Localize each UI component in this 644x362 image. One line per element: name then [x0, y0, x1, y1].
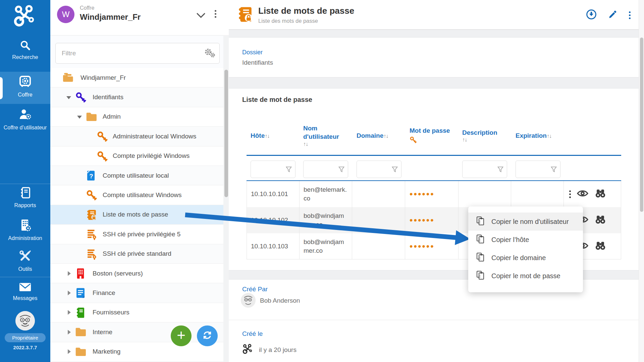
sidebar-item-messages[interactable]: Messages [0, 282, 50, 302]
filter-gears-icon[interactable] [204, 48, 215, 59]
column-header-password[interactable]: Mot de passe [410, 118, 458, 154]
chevron-right-icon[interactable] [68, 330, 71, 335]
funnel-icon[interactable] [550, 166, 557, 173]
menu-item-copy-password[interactable]: Copier le mot de passe [468, 267, 583, 285]
tree-item-admin-local-windows[interactable]: Administrateur local Windows [50, 127, 229, 146]
tree-scrollbar[interactable] [223, 36, 229, 362]
filter-strip [50, 36, 229, 68]
funnel-icon[interactable] [391, 166, 398, 173]
table-divider [247, 155, 621, 156]
filter-domain-input[interactable] [360, 161, 390, 178]
document-question-icon: ? [86, 170, 97, 181]
devolutions-logo-icon [11, 3, 39, 30]
folder-label[interactable]: Dossier [242, 49, 263, 56]
column-header-host[interactable]: Hôte↑↓ [251, 118, 301, 154]
refresh-button[interactable] [197, 325, 218, 346]
chevron-down-icon[interactable] [66, 96, 71, 99]
tree-item-compte-privilegie-windows[interactable]: Compte privilégié Windows [50, 146, 229, 166]
filter-field [55, 43, 220, 64]
sort-arrows-icon[interactable]: ↑↓ [383, 133, 388, 139]
vault-switch-chevron[interactable] [197, 13, 205, 19]
sidebar-item-user-vault[interactable]: Coffre d’utilisateur [0, 108, 50, 131]
funnel-icon[interactable] [338, 166, 345, 173]
filter-expiration-input[interactable] [519, 161, 549, 178]
reveal-binoculars-icon[interactable] [594, 189, 606, 199]
filter-username-input[interactable] [306, 161, 337, 178]
user-vault-icon [18, 117, 32, 122]
menu-item-copy-host[interactable]: Copier l’hôte [468, 231, 583, 249]
filter-host-input[interactable] [254, 161, 284, 178]
tools-icon [18, 258, 32, 264]
tree-item-ssh-privilegiee[interactable]: SSH clé privée privilégiée 5 [50, 225, 229, 244]
funnel-icon[interactable] [497, 166, 504, 173]
column-header-description[interactable]: Description ↑↓ [462, 118, 511, 154]
edit-pencil-icon[interactable] [608, 10, 618, 20]
tree-item-fournisseurs[interactable]: Fournisseurs [50, 303, 229, 322]
ssh-key-icon [86, 248, 97, 260]
created-on-label: Créé le [242, 330, 263, 338]
tree-item-finance[interactable]: Finance [50, 283, 229, 303]
entry-header: Liste de mots de passe Liste des mots de… [229, 0, 644, 29]
created-on-value: il y a 20 jours [259, 346, 297, 354]
tree-item-identifiants[interactable]: Identifiants [50, 87, 229, 107]
menu-item-copy-username[interactable]: Copier le nom d'utilisateur [468, 213, 583, 231]
column-header-domain[interactable]: Domaine↑↓ [357, 118, 407, 154]
add-entry-button[interactable]: + [171, 325, 192, 346]
chevron-right-icon[interactable] [68, 271, 71, 276]
filter-input[interactable] [61, 43, 195, 63]
password-list-icon [86, 209, 97, 221]
document-icon [75, 287, 87, 299]
reveal-binoculars-icon[interactable] [594, 241, 606, 251]
tree-item-boston[interactable]: Boston (serveurs) [50, 264, 229, 283]
section-title: Liste de mot de passe [242, 96, 312, 104]
vault-menu-kebab-icon[interactable] [215, 10, 216, 18]
sort-arrows-icon[interactable]: ↑↓ [462, 137, 467, 143]
funnel-icon[interactable] [285, 166, 292, 173]
tree-scrollbar-thumb[interactable] [224, 70, 228, 197]
tree-item-compte-utilisateur-windows[interactable]: Compte utilisateur Windows [50, 185, 229, 205]
tree-item-liste-mots-de-passe[interactable]: Liste de mots de passe [50, 205, 229, 225]
tree-item-label: Boston (serveurs) [93, 270, 143, 277]
tree-item-compte-utilisateur-local[interactable]: ? Compte utilisateur local [50, 166, 229, 185]
chevron-right-icon[interactable] [68, 291, 71, 295]
sidebar-item-reports[interactable]: Rapports [0, 186, 50, 209]
chevron-right-icon[interactable] [68, 349, 71, 354]
tree-item-label: Fournisseurs [93, 309, 129, 316]
main-scrollbar[interactable] [639, 0, 644, 362]
main-scrollbar-thumb[interactable] [640, 38, 643, 212]
sidebar-item-search[interactable]: Recherche [0, 40, 50, 61]
column-header-username[interactable]: Nom d'utilisateur ↑↓ [303, 118, 347, 154]
vault-icon [18, 84, 32, 89]
row-kebab-icon[interactable] [569, 190, 571, 198]
tree-item-windjammer-root[interactable]: Windjammer_Fr [50, 68, 229, 87]
admin-building-icon [18, 227, 32, 233]
sidebar-item-administration[interactable]: Administration [0, 219, 50, 242]
tree-item-marketing[interactable]: Marketing [50, 342, 229, 362]
sort-arrows-icon[interactable]: ↑↓ [303, 141, 308, 147]
filter-domain [357, 161, 401, 178]
chevron-down-icon[interactable] [77, 116, 82, 119]
reveal-binoculars-icon[interactable] [594, 215, 606, 225]
sidebar-item-vault[interactable]: Coffre [0, 75, 50, 98]
tree-item-admin[interactable]: Admin [50, 107, 229, 127]
app-window: Recherche Coffre [0, 0, 644, 362]
chevron-right-icon[interactable] [68, 310, 71, 315]
tree-item-ssh-standard[interactable]: SSH clé privée standard [50, 244, 229, 264]
column-header-expiration[interactable]: Expiration↑↓ [516, 118, 566, 154]
checkout-circle-arrow-icon[interactable] [586, 9, 597, 21]
cell-password-masked: •••••• [410, 181, 435, 207]
cell-username: ben@telemark.co [304, 181, 348, 207]
sidebar-item-tools[interactable]: Outils [0, 249, 50, 273]
sort-arrows-icon[interactable]: ↑↓ [265, 133, 269, 139]
user-avatar[interactable] [15, 311, 35, 330]
entry-menu-kebab-icon[interactable] [629, 11, 631, 19]
filter-description-input[interactable] [465, 161, 496, 178]
view-password-eye-icon[interactable] [577, 189, 588, 199]
vault-tree-panel: W Coffre Windjammer_Fr [50, 0, 229, 362]
menu-item-copy-domain[interactable]: Copier le domaine [468, 249, 583, 267]
sidebar-divider [0, 277, 50, 277]
table-row[interactable]: 10.10.10.101 ben@telemark.co •••••• [247, 181, 621, 207]
sort-arrows-icon[interactable]: ↑↓ [547, 133, 551, 139]
ssh-key-icon [86, 229, 97, 240]
folder-value: Identifiants [242, 59, 273, 66]
